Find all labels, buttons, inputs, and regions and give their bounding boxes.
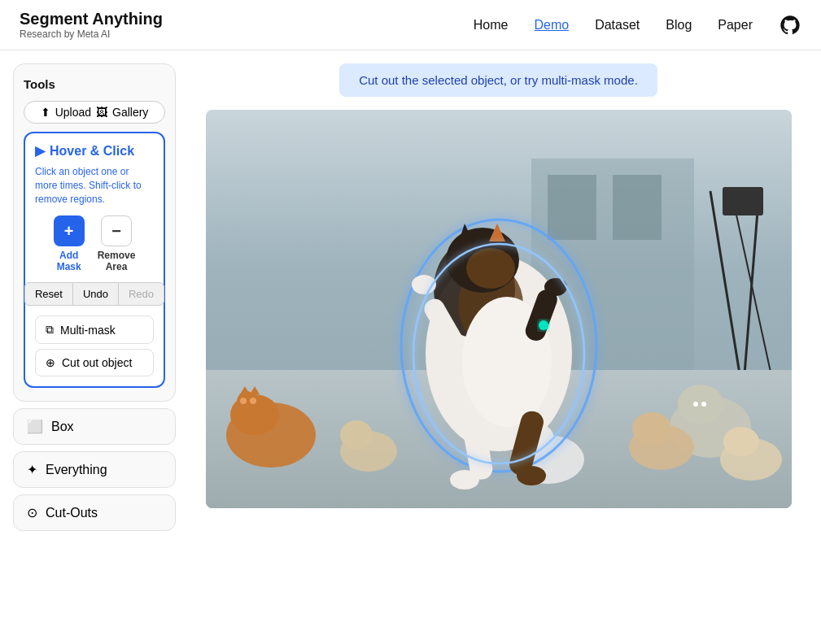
nav-blog[interactable]: Blog bbox=[666, 18, 692, 33]
cutout-icon: ⊕ bbox=[46, 356, 55, 369]
nav-home[interactable]: Home bbox=[474, 18, 509, 33]
image-container[interactable] bbox=[206, 110, 792, 508]
cutout-button[interactable]: ⊕ Cut out object bbox=[35, 349, 154, 376]
content-area: Cut out the selected object, or try mult… bbox=[189, 63, 808, 508]
header: Segment Anything Research by Meta AI Hom… bbox=[0, 0, 821, 50]
hover-click-desc: Click an object one or more times. Shift… bbox=[35, 165, 154, 206]
gallery-icon: 🖼 bbox=[96, 106, 107, 119]
undo-button[interactable]: Undo bbox=[73, 282, 118, 306]
svg-point-51 bbox=[632, 412, 671, 445]
app-title: Segment Anything bbox=[20, 10, 474, 28]
svg-point-29 bbox=[701, 402, 706, 407]
upload-label: Upload bbox=[55, 106, 91, 119]
main-layout: Tools ⬆ Upload 🖼 Gallery ▶ Hover & Click… bbox=[0, 50, 821, 544]
cutouts-icon: ⊙ bbox=[27, 505, 37, 520]
redo-button[interactable]: Redo bbox=[118, 282, 164, 306]
cat-scene-svg bbox=[206, 110, 792, 508]
hover-click-panel: ▶ Hover & Click Click an object one or m… bbox=[24, 132, 165, 388]
info-text: Cut out the selected object, or try mult… bbox=[359, 73, 638, 87]
box-icon: ⬜ bbox=[27, 419, 43, 434]
svg-point-37 bbox=[466, 248, 515, 289]
upload-icon: ⬆ bbox=[41, 106, 50, 119]
remove-area-button[interactable]: − RemoveArea bbox=[98, 215, 136, 272]
multimask-button[interactable]: ⧉ Multi-mask bbox=[35, 315, 154, 344]
upload-gallery-button[interactable]: ⬆ Upload 🖼 Gallery bbox=[24, 101, 165, 124]
add-mask-icon: + bbox=[54, 215, 85, 246]
svg-point-28 bbox=[693, 402, 698, 407]
app-subtitle: Research by Meta AI bbox=[20, 28, 474, 40]
nav-paper[interactable]: Paper bbox=[718, 18, 753, 33]
add-mask-button[interactable]: + AddMask bbox=[54, 215, 85, 272]
logo: Segment Anything Research by Meta AI bbox=[20, 10, 474, 40]
svg-rect-7 bbox=[723, 187, 763, 215]
info-banner: Cut out the selected object, or try mult… bbox=[339, 63, 657, 97]
reset-button[interactable]: Reset bbox=[24, 282, 73, 306]
svg-rect-3 bbox=[613, 175, 662, 240]
box-tool-button[interactable]: ⬜ Box bbox=[13, 408, 176, 445]
tools-panel: Tools ⬆ Upload 🖼 Gallery ▶ Hover & Click… bbox=[13, 63, 176, 402]
remove-area-label: RemoveArea bbox=[98, 250, 136, 272]
add-mask-label: AddMask bbox=[57, 250, 81, 272]
multimask-icon: ⧉ bbox=[46, 323, 54, 337]
svg-point-25 bbox=[678, 385, 723, 424]
sidebar: Tools ⬆ Upload 🖼 Gallery ▶ Hover & Click… bbox=[13, 63, 176, 531]
everything-tool-button[interactable]: ✦ Everything bbox=[13, 451, 176, 488]
mask-controls: + AddMask − RemoveArea bbox=[35, 215, 154, 272]
everything-icon: ✦ bbox=[27, 462, 37, 477]
svg-point-14 bbox=[240, 398, 247, 404]
gallery-label: Gallery bbox=[112, 106, 148, 119]
edit-controls: Reset Undo Redo bbox=[35, 282, 154, 306]
svg-point-45 bbox=[450, 470, 479, 490]
hover-click-title: ▶ Hover & Click bbox=[35, 143, 154, 159]
svg-point-47 bbox=[517, 466, 546, 485]
svg-point-49 bbox=[539, 320, 548, 330]
cutouts-tool-button[interactable]: ⊙ Cut-Outs bbox=[13, 494, 176, 531]
nav-demo[interactable]: Demo bbox=[534, 18, 569, 33]
svg-point-15 bbox=[250, 398, 256, 404]
main-nav: Home Demo Dataset Blog Paper bbox=[474, 14, 801, 37]
cursor-icon: ▶ bbox=[35, 143, 45, 159]
github-icon[interactable] bbox=[779, 14, 801, 37]
svg-rect-2 bbox=[548, 175, 596, 240]
svg-point-55 bbox=[723, 427, 759, 456]
remove-area-icon: − bbox=[101, 215, 132, 246]
tools-title: Tools bbox=[24, 77, 165, 91]
nav-dataset[interactable]: Dataset bbox=[595, 18, 640, 33]
